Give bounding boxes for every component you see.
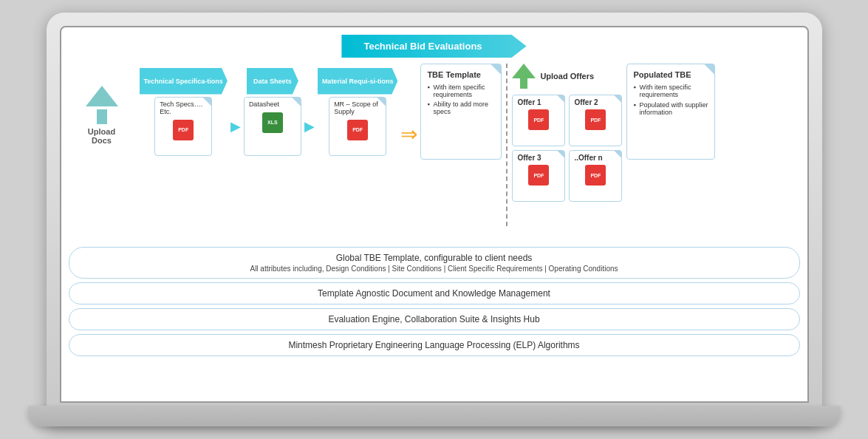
flow-arrow-1: ▶ <box>230 118 241 135</box>
tbe-template-card: TBE Template With item specific requirem… <box>420 64 502 160</box>
laptop-base <box>28 406 841 426</box>
offers-section: Upload Offers Offer 1 PDF Offer 2 PDF Of… <box>512 64 622 202</box>
tech-specs-pdf-icon: PDF <box>173 120 194 140</box>
upload-offers-label: Upload Offers <box>540 72 594 81</box>
tbe-arrow-label: Technical Bid Evaluations <box>341 35 526 58</box>
screen: Technical Bid Evaluations UploadDocs Tec… <box>60 26 809 403</box>
offer-1-label: Offer 1 <box>517 98 560 106</box>
tech-specs-header-label: Technical Specifica-tions <box>144 78 223 85</box>
populated-tbe-bullet-2: Populated with supplier information <box>633 101 708 116</box>
upload-offers-row: Upload Offers <box>512 64 622 89</box>
offer-3-pdf-icon: PDF <box>528 165 549 186</box>
populated-tbe-bullet-1: With item specific requirements <box>633 84 708 98</box>
tech-specs-group: Technical Specifica-tions Tech Specs…. E… <box>140 68 228 156</box>
bottom-box-3-main: Evaluation Engine, Collaboration Suite &… <box>81 314 787 324</box>
offer-card-1: Offer 1 PDF <box>512 95 565 146</box>
flow-arrow-2: ▶ <box>304 118 315 135</box>
tbe-bullet-2: Ability to add more specs <box>427 101 495 115</box>
data-sheets-header-label: Data Sheets <box>253 78 292 85</box>
upload-arrow-head <box>86 86 118 106</box>
offer-2-pdf-icon: PDF <box>585 109 606 130</box>
laptop-frame: Technical Bid Evaluations UploadDocs Tec… <box>47 13 822 426</box>
bottom-box-3: Evaluation Engine, Collaboration Suite &… <box>69 308 800 330</box>
offers-grid: Offer 1 PDF Offer 2 PDF Offer 3 PDF ..Of… <box>512 95 622 202</box>
tech-specs-header: Technical Specifica-tions <box>140 68 228 95</box>
material-req-card: MR – Scope of Supply PDF <box>329 97 386 156</box>
bottom-box-2: Template Agnostic Document and Knowledge… <box>69 282 800 304</box>
dashed-divider <box>506 64 508 226</box>
tbe-bullet-1: With item specific requirements <box>427 84 495 98</box>
upload-arrow-stem <box>97 109 107 124</box>
material-req-text: MR – Scope of Supply <box>334 101 381 115</box>
upload-section: UploadDocs <box>69 64 135 145</box>
bottom-box-1: Global TBE Template, configurable to cli… <box>69 247 800 279</box>
up-arrow-head <box>512 64 536 78</box>
bottom-box-2-main: Template Agnostic Document and Knowledge… <box>81 288 787 299</box>
offer-2-label: Offer 2 <box>574 98 617 106</box>
offer-card-2: Offer 2 PDF <box>569 95 622 146</box>
offer-card-3: Offer 3 PDF <box>512 150 565 202</box>
data-sheets-header: Data Sheets <box>247 68 298 95</box>
up-arrow-stem <box>520 78 527 89</box>
bottom-box-1-sub: All attributes including, Design Conditi… <box>81 265 787 273</box>
offer-card-n: ..Offer n PDF <box>569 150 622 202</box>
bottom-box-4-main: Mintmesh Proprietary Engineering Languag… <box>81 340 787 350</box>
tech-specs-text: Tech Specs…. Etc. <box>160 101 207 115</box>
data-sheets-text: Datasheet <box>249 101 296 108</box>
data-sheets-group: Data Sheets Datasheet XLS <box>244 68 301 156</box>
main-flow-arrow: ⇒ <box>400 122 417 146</box>
main-content: UploadDocs Technical Specifica-tions Tec… <box>69 64 800 241</box>
material-req-pdf-icon: PDF <box>347 120 368 140</box>
upload-label: UploadDocs <box>88 127 115 145</box>
banner-title: Technical Bid Evaluations <box>363 41 482 52</box>
populated-tbe-title: Populated TBE <box>633 70 708 79</box>
offer-3-label: Offer 3 <box>517 154 560 162</box>
data-sheets-excel-icon: XLS <box>262 112 283 133</box>
offer-1-pdf-icon: PDF <box>528 109 549 130</box>
tbe-template-title: TBE Template <box>427 70 495 79</box>
bottom-box-1-main: Global TBE Template, configurable to cli… <box>81 253 787 263</box>
bottom-boxes: Global TBE Template, configurable to cli… <box>69 247 800 356</box>
offer-n-label: ..Offer n <box>574 154 617 162</box>
populated-tbe-card: Populated TBE With item specific require… <box>626 64 715 160</box>
offer-n-pdf-icon: PDF <box>585 165 606 186</box>
tech-specs-card: Tech Specs…. Etc. PDF <box>154 97 212 156</box>
bottom-box-4: Mintmesh Proprietary Engineering Languag… <box>69 334 800 356</box>
data-sheets-card: Datasheet XLS <box>244 97 301 156</box>
tbe-banner: Technical Bid Evaluations <box>69 35 800 58</box>
doc-flow: Technical Specifica-tions Tech Specs…. E… <box>140 64 502 160</box>
upload-offers-arrow <box>512 64 536 89</box>
material-req-group: Material Requi-si-tions MR – Scope of Su… <box>318 68 398 156</box>
material-req-header-label: Material Requi-si-tions <box>322 78 394 85</box>
material-req-header: Material Requi-si-tions <box>318 68 398 95</box>
